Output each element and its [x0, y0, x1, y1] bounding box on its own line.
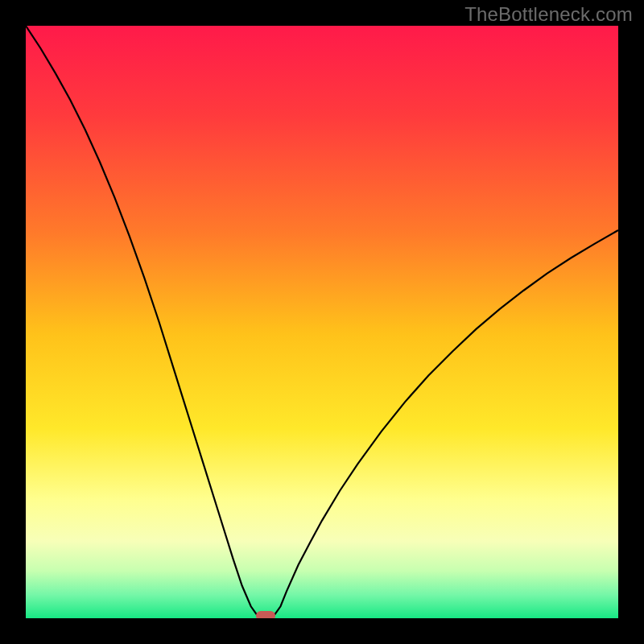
plot-area: [26, 26, 618, 618]
watermark-text: TheBottleneck.com: [464, 3, 633, 26]
optimal-marker: [256, 611, 275, 618]
bottleneck-curve-path: [26, 26, 618, 617]
curve-svg: [26, 26, 618, 618]
chart-frame: TheBottleneck.com: [0, 0, 644, 644]
